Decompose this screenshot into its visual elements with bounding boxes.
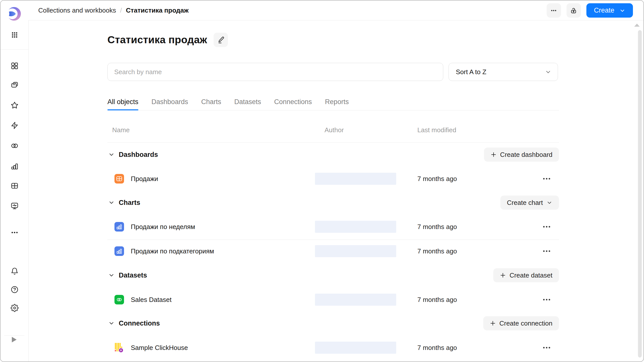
section-dashboards[interactable]: Dashboards Create dashboard bbox=[1, 148, 644, 162]
chevron-down-icon bbox=[619, 8, 625, 14]
title-bar: Статистика продаж bbox=[107, 33, 228, 47]
author-loading-skeleton bbox=[315, 294, 396, 306]
author-loading-skeleton bbox=[315, 221, 396, 233]
pencil-edit-icon bbox=[217, 36, 225, 44]
author-loading-skeleton bbox=[315, 173, 396, 185]
row-name[interactable]: Sales Dataset bbox=[131, 296, 172, 304]
column-header-name: Name bbox=[112, 126, 130, 134]
section-label: Datasets bbox=[119, 272, 147, 279]
chevron-down-icon bbox=[545, 69, 551, 75]
row-actions-button[interactable] bbox=[540, 220, 554, 234]
author-loading-skeleton bbox=[315, 245, 396, 257]
table-header-divider bbox=[107, 142, 559, 143]
create-chart-button[interactable]: Create chart bbox=[500, 196, 559, 210]
plus-icon bbox=[490, 320, 496, 326]
breadcrumb-current: Статистика продаж bbox=[126, 7, 189, 14]
quick-actions-lightning-icon[interactable] bbox=[10, 121, 19, 130]
objects-grid-icon[interactable] bbox=[10, 62, 19, 70]
section-datasets[interactable]: Datasets Create dataset bbox=[1, 268, 644, 282]
rename-workbook-button[interactable] bbox=[214, 33, 228, 47]
chevron-down-icon bbox=[546, 200, 552, 206]
datalens-window: Collections and workbooks / Статистика п… bbox=[0, 0, 644, 362]
table-row-connection[interactable]: Sample ClickHouse 7 months ago bbox=[1, 336, 644, 360]
page-title: Статистика продаж bbox=[107, 34, 207, 46]
row-last-modified: 7 months ago bbox=[417, 175, 457, 183]
row-actions-button[interactable] bbox=[540, 341, 554, 355]
chevron-down-icon[interactable] bbox=[108, 272, 115, 279]
column-header-author: Author bbox=[325, 126, 344, 134]
section-label: Dashboards bbox=[119, 151, 158, 159]
breadcrumb: Collections and workbooks / Статистика п… bbox=[38, 1, 189, 20]
row-last-modified: 7 months ago bbox=[417, 296, 457, 304]
create-button[interactable]: Create bbox=[586, 3, 633, 18]
search-input[interactable] bbox=[107, 63, 443, 81]
chart-icon bbox=[114, 222, 124, 232]
row-last-modified: 7 months ago bbox=[417, 344, 457, 352]
tab-reports[interactable]: Reports bbox=[325, 94, 349, 110]
table-row-chart[interactable]: Продажи по неделям 7 months ago bbox=[1, 215, 644, 239]
top-header: Collections and workbooks / Статистика п… bbox=[28, 1, 643, 20]
favorites-star-icon[interactable] bbox=[10, 101, 19, 110]
create-connection-button[interactable]: Create connection bbox=[483, 316, 559, 330]
chevron-down-icon[interactable] bbox=[108, 320, 115, 327]
section-charts[interactable]: Charts Create chart bbox=[1, 196, 644, 210]
object-tabs: All objects Dashboards Charts Datasets C… bbox=[107, 94, 559, 110]
breadcrumb-separator: / bbox=[120, 7, 122, 14]
active-tab-underline bbox=[107, 109, 138, 110]
header-actions: Create bbox=[547, 3, 633, 18]
ellipsis-icon bbox=[550, 7, 557, 14]
author-loading-skeleton bbox=[315, 342, 396, 354]
clickhouse-icon bbox=[114, 343, 124, 352]
row-name[interactable]: Sample ClickHouse bbox=[131, 344, 188, 352]
chevron-down-icon[interactable] bbox=[108, 199, 115, 206]
tab-dashboards[interactable]: Dashboards bbox=[151, 94, 188, 110]
collections-icon[interactable] bbox=[10, 81, 19, 89]
create-button-label: Create bbox=[594, 7, 614, 14]
table-row-dataset[interactable]: Sales Dataset 7 months ago bbox=[1, 288, 644, 312]
column-header-last-modified: Last modified bbox=[417, 126, 456, 134]
row-name[interactable]: Продажи по подкатегориям bbox=[131, 247, 214, 255]
row-last-modified: 7 months ago bbox=[417, 223, 457, 231]
plus-icon bbox=[491, 152, 497, 158]
table-row-dashboard[interactable]: Продажи 7 months ago bbox=[1, 167, 644, 191]
create-dashboard-button[interactable]: Create dashboard bbox=[484, 148, 559, 162]
lock-open-icon bbox=[570, 7, 577, 14]
chevron-down-icon[interactable] bbox=[108, 151, 115, 158]
section-connections[interactable]: Connections Create connection bbox=[1, 316, 644, 330]
row-name[interactable]: Продажи bbox=[131, 175, 158, 183]
unlock-permissions-button[interactable] bbox=[567, 3, 581, 18]
row-actions-button[interactable] bbox=[540, 293, 554, 307]
section-label: Charts bbox=[119, 199, 140, 207]
apps-menu-icon[interactable] bbox=[10, 31, 19, 39]
scrollbar-up-arrow[interactable] bbox=[634, 24, 640, 27]
dataset-icon bbox=[114, 295, 124, 304]
row-actions-button[interactable] bbox=[540, 244, 554, 258]
plus-icon bbox=[500, 272, 506, 278]
create-dataset-button[interactable]: Create dataset bbox=[493, 268, 559, 282]
dashboard-icon bbox=[114, 174, 124, 184]
tab-connections[interactable]: Connections bbox=[274, 94, 312, 110]
chart-icon bbox=[114, 246, 124, 256]
tab-datasets[interactable]: Datasets bbox=[234, 94, 261, 110]
datalens-logo-icon[interactable] bbox=[7, 7, 21, 21]
tab-all-objects[interactable]: All objects bbox=[107, 94, 138, 110]
row-last-modified: 7 months ago bbox=[417, 247, 457, 255]
workbook-more-button[interactable] bbox=[547, 3, 561, 18]
breadcrumb-collections[interactable]: Collections and workbooks bbox=[38, 7, 116, 14]
table-row-chart[interactable]: Продажи по подкатегориям 7 months ago bbox=[1, 239, 644, 263]
sort-select[interactable]: Sort A to Z bbox=[449, 63, 558, 81]
sort-select-value: Sort A to Z bbox=[456, 68, 486, 76]
row-actions-button[interactable] bbox=[540, 172, 554, 186]
sidebar-divider bbox=[1, 49, 28, 50]
section-label: Connections bbox=[119, 320, 160, 327]
row-name[interactable]: Продажи по неделям bbox=[131, 223, 195, 231]
tab-charts[interactable]: Charts bbox=[201, 94, 221, 110]
